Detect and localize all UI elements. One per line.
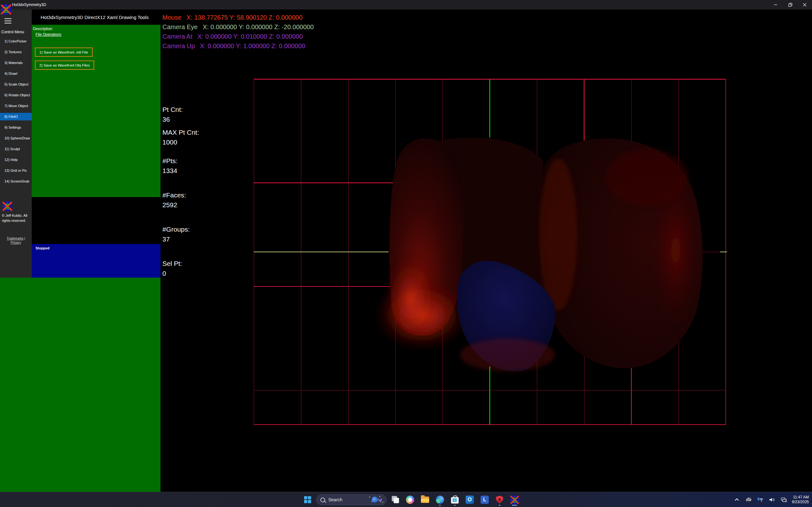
link-separator: | — [24, 237, 26, 240]
hot3dx-icon — [510, 496, 519, 504]
mouse-readout: MouseX: 138.772675 Y: 58.900120 Z: 0.000… — [162, 13, 314, 22]
sidebar-item-grid-or-pic[interactable]: 13) Grid or Pic — [0, 167, 32, 174]
sidebar-item-draw[interactable]: 4) Draw! — [0, 70, 32, 77]
sidebar-item-settings[interactable]: 9) Settings — [0, 124, 32, 131]
sidebar-item-sculpt[interactable]: 11) Sculpt — [0, 145, 32, 153]
desktop: Hot 3D Hot3dxSymmetry3D Hot3dxSymmetry3D… — [0, 0, 812, 507]
taskbar: Search — [0, 492, 812, 507]
window-title: Hot3dxSymmetry3D — [12, 3, 46, 7]
stat-pt-cnt: Pt Cnt:36 — [162, 105, 245, 124]
app-header: Hot3dxSymmetry3D DirectX12 Xaml Drawing … — [14, 9, 160, 25]
sidebar-item-textures[interactable]: 2) Textures — [0, 48, 32, 56]
camera-up-readout: Camera UpX: 0.000000 Y: 1.000000 Z: 0.00… — [162, 41, 314, 51]
sidebar-item-fileio[interactable]: 8) FileIO — [0, 113, 32, 120]
viewport-canvas[interactable] — [160, 9, 812, 492]
edge-button[interactable] — [434, 493, 446, 506]
camera-at-readout: Camera AtX: 0.000000 Y: 0.010000 Z: 0.00… — [162, 32, 314, 41]
privacy-link[interactable]: Privacy — [11, 241, 21, 244]
minimize-button[interactable] — [768, 0, 783, 9]
stat-faces: #Faces:2592 — [162, 190, 245, 210]
app-logo-icon — [1, 4, 11, 15]
l-app-icon: L — [480, 496, 489, 504]
hot3dx-logo-icon — [3, 202, 12, 211]
outlook-icon: O — [466, 496, 474, 504]
clock-time: 11:47 AM — [792, 495, 809, 500]
close-icon — [803, 3, 807, 7]
store-icon — [451, 497, 459, 504]
hot3dx-taskbar-button[interactable] — [508, 493, 521, 506]
network-security-icon[interactable] — [757, 496, 764, 503]
maximize-button[interactable] — [783, 0, 798, 9]
file-explorer-icon — [421, 497, 429, 503]
control-menu-list: 1) ColorPicker 2) Textures 3) Materials … — [0, 38, 32, 188]
defender-button[interactable] — [493, 493, 506, 506]
screens-icon[interactable] — [780, 496, 787, 503]
start-button[interactable] — [301, 493, 314, 506]
l-app-button[interactable]: L — [478, 493, 491, 506]
stat-groups: #Groups:37 — [162, 224, 245, 244]
bottom-green-panel — [0, 278, 160, 492]
stat-sel-pt: Sel Pt:0 — [162, 259, 245, 278]
stat-pts: #Pts:1334 — [162, 156, 245, 176]
sidebar-item-rotate-object[interactable]: 6) Rotate Object — [0, 91, 32, 99]
camera-eye-readout: Camera EyeX: 0.000000 Y: 0.000000 Z: -20… — [162, 22, 314, 32]
bing-daily-icon — [368, 496, 383, 504]
model-mesh — [373, 138, 703, 372]
description-label: Description: — [33, 26, 53, 31]
file-operations-panel: Description: File Operations 1) Save as … — [32, 25, 160, 197]
file-operations-link[interactable]: File Operations — [36, 32, 61, 37]
save-mtl-button[interactable]: 1) Save as Wavefront .mtl File — [35, 48, 93, 57]
stat-max-pt-cnt: MAX Pt Cnt:1000 — [162, 127, 245, 147]
copilot-button[interactable] — [404, 493, 416, 506]
sidebar-item-materials[interactable]: 3) Materials — [0, 59, 32, 66]
app-title: Hot3dxSymmetry3D DirectX12 Xaml Drawing … — [41, 14, 149, 20]
copyright-text: © Jeff Kubitz. All rights reserved. — [2, 213, 30, 223]
status-badge: Stopped — [36, 246, 49, 250]
search-icon — [320, 498, 325, 502]
task-view-button[interactable] — [389, 493, 402, 506]
model-stats: Pt Cnt:36 MAX Pt Cnt:1000 #Pts:1334 #Fac… — [162, 105, 245, 278]
sidebar-item-screengrab[interactable]: 14) ScreenGrab — [0, 177, 32, 185]
sidebar-item-scale-object[interactable]: 5) Scale Object — [0, 80, 32, 88]
legal-links: Trademarks | Privacy — [2, 236, 30, 245]
edge-icon — [436, 496, 444, 504]
windows-start-icon — [304, 496, 311, 503]
restore-icon — [788, 3, 792, 7]
volume-icon[interactable] — [768, 496, 775, 503]
task-view-icon — [389, 493, 402, 506]
outlook-button[interactable]: O — [463, 493, 476, 506]
onedrive-offline-icon[interactable] — [745, 496, 752, 503]
sidebar-item-spheredraw[interactable]: 10) SphereDraw — [0, 134, 32, 142]
hamburger-menu-icon[interactable] — [4, 18, 11, 23]
sidebar-item-help[interactable]: 12) Help — [0, 156, 32, 164]
file-explorer-button[interactable] — [419, 493, 432, 506]
window-titlebar: Hot3dxSymmetry3D — [0, 0, 812, 9]
clock[interactable]: 11:47 AM 9/23/2025 — [792, 495, 809, 504]
sidebar-item-colorpicker[interactable]: 1) ColorPicker — [0, 38, 32, 45]
control-menu-heading: Control Menu — [1, 30, 24, 34]
close-button[interactable] — [798, 0, 812, 9]
copilot-icon — [406, 496, 414, 504]
minimize-icon — [774, 3, 777, 7]
save-obj-button[interactable]: 2) Save as Wavefront Obj Files — [35, 60, 94, 70]
coordinate-readout: MouseX: 138.772675 Y: 58.900120 Z: 0.000… — [162, 13, 314, 51]
sidebar-item-move-object[interactable]: 7) Move Object — [0, 102, 32, 110]
control-menu-sidebar: Control Menu 1) ColorPicker 2) Textures … — [0, 9, 32, 278]
status-panel: Stopped — [32, 244, 160, 278]
trademarks-link[interactable]: Trademarks — [7, 237, 23, 240]
search-input[interactable]: Search — [316, 494, 387, 505]
defender-shield-icon — [496, 496, 503, 504]
search-placeholder: Search — [328, 497, 368, 502]
store-button[interactable] — [449, 493, 461, 506]
clock-date: 9/23/2025 — [792, 500, 809, 504]
tray-chevron-icon[interactable] — [733, 496, 740, 503]
